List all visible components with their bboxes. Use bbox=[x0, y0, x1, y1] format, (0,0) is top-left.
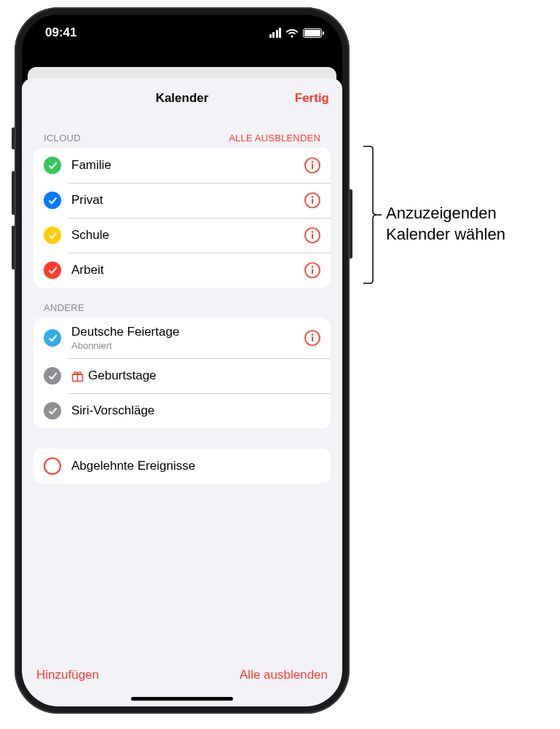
info-icon[interactable] bbox=[304, 262, 320, 278]
gift-icon bbox=[71, 370, 84, 382]
phone-frame: 09:41 Kalender Fertig ICLOUD ALLE AUSBLE… bbox=[15, 7, 350, 714]
calendar-row-siri[interactable]: Siri-Vorschläge bbox=[33, 393, 331, 428]
phone-power-button bbox=[350, 189, 352, 259]
andere-list: Deutsche Feiertage Abonniert Geburt bbox=[33, 318, 331, 428]
calendar-sublabel: Abonniert bbox=[71, 340, 304, 351]
svg-point-13 bbox=[312, 334, 314, 336]
hide-all-button[interactable]: Alle ausblenden bbox=[240, 668, 328, 682]
status-time: 09:41 bbox=[45, 25, 76, 40]
modal-title: Kalender bbox=[156, 91, 209, 106]
svg-rect-11 bbox=[312, 269, 313, 274]
unchecked-circle-icon[interactable] bbox=[44, 457, 61, 475]
calendar-label: Privat bbox=[71, 193, 304, 208]
calendar-row-privat[interactable]: Privat bbox=[33, 183, 331, 218]
calendar-label: Abgelehnte Ereignisse bbox=[71, 459, 320, 473]
hide-all-icloud-button[interactable]: ALLE AUSBLENDEN bbox=[229, 133, 320, 143]
checkmark-icon[interactable] bbox=[44, 367, 61, 385]
calendar-label: Siri-Vorschläge bbox=[71, 403, 320, 418]
calendar-row-familie[interactable]: Familie bbox=[33, 148, 331, 183]
modal-header: Kalender Fertig bbox=[22, 79, 342, 118]
calendar-label: Deutsche Feiertage bbox=[71, 325, 304, 339]
info-icon[interactable] bbox=[304, 330, 320, 346]
calendar-row-arbeit[interactable]: Arbeit bbox=[33, 253, 331, 288]
svg-rect-14 bbox=[312, 336, 313, 342]
info-icon[interactable] bbox=[304, 227, 320, 243]
battery-icon bbox=[303, 28, 322, 38]
callout-bracket bbox=[363, 146, 382, 284]
section-header-andere: ANDERE bbox=[33, 288, 331, 318]
calendar-label: Arbeit bbox=[71, 263, 304, 277]
svg-rect-5 bbox=[312, 199, 313, 204]
add-calendar-button[interactable]: Hinzufügen bbox=[36, 668, 99, 682]
svg-point-1 bbox=[312, 161, 314, 163]
phone-screen: 09:41 Kalender Fertig ICLOUD ALLE AUSBLE… bbox=[22, 15, 342, 706]
calendar-row-feiertage[interactable]: Deutsche Feiertage Abonniert bbox=[33, 318, 331, 358]
calendar-label: Schule bbox=[71, 228, 304, 243]
svg-point-4 bbox=[312, 196, 314, 198]
dynamic-island bbox=[138, 26, 226, 50]
calendar-label: Familie bbox=[71, 158, 304, 173]
callout-text: Anzuzeigenden Kalender wählen bbox=[386, 203, 505, 245]
calendar-label: Geburtstage bbox=[71, 369, 320, 383]
checkmark-icon[interactable] bbox=[44, 226, 61, 244]
calendars-modal: Kalender Fertig ICLOUD ALLE AUSBLENDEN F… bbox=[22, 79, 342, 706]
checkmark-icon[interactable] bbox=[44, 329, 61, 347]
section-label: ANDERE bbox=[44, 302, 84, 313]
modal-content[interactable]: ICLOUD ALLE AUSBLENDEN Familie bbox=[22, 118, 342, 660]
icloud-list: Familie Privat Schule bbox=[33, 148, 331, 288]
checkmark-icon[interactable] bbox=[44, 261, 61, 279]
svg-point-10 bbox=[312, 266, 314, 268]
calendar-row-geburtstage[interactable]: Geburtstage bbox=[33, 358, 331, 393]
info-icon[interactable] bbox=[304, 192, 320, 208]
info-icon[interactable] bbox=[304, 157, 320, 173]
calendar-row-schule[interactable]: Schule bbox=[33, 218, 331, 253]
svg-point-7 bbox=[312, 231, 314, 233]
svg-rect-8 bbox=[312, 234, 313, 239]
cellular-icon bbox=[269, 28, 282, 38]
calendar-row-declined[interactable]: Abgelehnte Ereignisse bbox=[33, 449, 331, 484]
status-indicators bbox=[269, 28, 323, 38]
section-label: ICLOUD bbox=[44, 133, 81, 143]
checkmark-icon[interactable] bbox=[44, 192, 61, 209]
checkmark-icon[interactable] bbox=[44, 402, 61, 419]
section-header-icloud: ICLOUD ALLE AUSBLENDEN bbox=[33, 118, 331, 148]
checkmark-icon[interactable] bbox=[44, 157, 61, 174]
svg-rect-2 bbox=[312, 164, 313, 169]
declined-list: Abgelehnte Ereignisse bbox=[33, 449, 331, 484]
home-indicator[interactable] bbox=[131, 697, 233, 701]
done-button[interactable]: Fertig bbox=[295, 91, 329, 106]
wifi-icon bbox=[285, 28, 299, 38]
